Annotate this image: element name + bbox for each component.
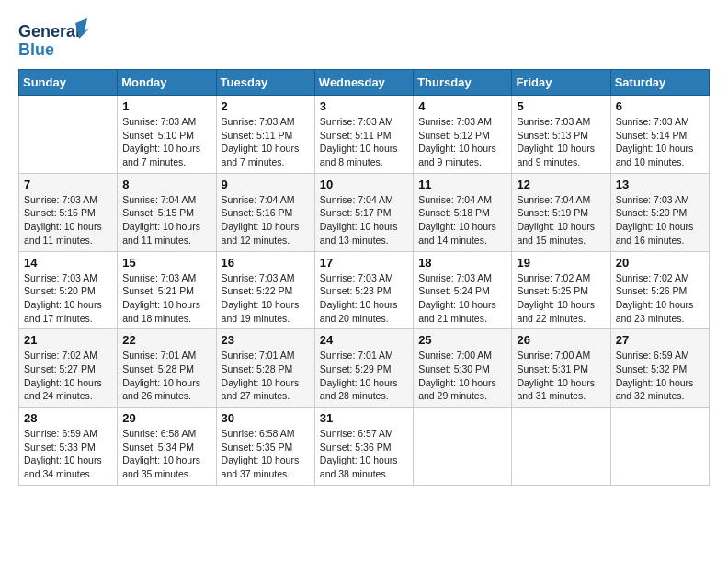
calendar-table: SundayMondayTuesdayWednesdayThursdayFrid… (18, 69, 710, 486)
day-number: 20 (616, 256, 704, 270)
day-number: 30 (222, 411, 310, 425)
calendar-cell: 4Sunrise: 7:03 AM Sunset: 5:12 PM Daylig… (414, 96, 512, 174)
calendar-cell: 20Sunrise: 7:02 AM Sunset: 5:26 PM Dayli… (610, 251, 709, 329)
day-header-thursday: Thursday (414, 70, 512, 96)
day-number: 11 (418, 178, 506, 191)
calendar-cell: 8Sunrise: 7:04 AM Sunset: 5:15 PM Daylig… (118, 173, 216, 251)
day-info: Sunrise: 6:58 AM Sunset: 5:34 PM Dayligh… (122, 427, 210, 481)
day-number: 10 (320, 178, 408, 191)
day-number: 26 (517, 333, 605, 347)
day-number: 6 (616, 99, 704, 113)
day-info: Sunrise: 7:01 AM Sunset: 5:29 PM Dayligh… (320, 349, 408, 403)
day-number: 22 (122, 333, 210, 347)
calendar-cell: 21Sunrise: 7:02 AM Sunset: 5:27 PM Dayli… (19, 329, 118, 408)
calendar-cell: 13Sunrise: 7:03 AM Sunset: 5:20 PM Dayli… (610, 173, 709, 251)
calendar-cell (610, 408, 709, 486)
calendar-cell: 1Sunrise: 7:03 AM Sunset: 5:10 PM Daylig… (118, 96, 216, 174)
day-number: 29 (122, 411, 210, 425)
day-info: Sunrise: 7:03 AM Sunset: 5:11 PM Dayligh… (320, 115, 408, 169)
day-info: Sunrise: 7:04 AM Sunset: 5:19 PM Dayligh… (517, 193, 605, 247)
day-info: Sunrise: 7:03 AM Sunset: 5:23 PM Dayligh… (320, 271, 408, 326)
calendar-week-3: 14Sunrise: 7:03 AM Sunset: 5:20 PM Dayli… (19, 251, 710, 329)
calendar-cell: 16Sunrise: 7:03 AM Sunset: 5:22 PM Dayli… (216, 251, 314, 329)
calendar-cell (19, 96, 118, 174)
calendar-cell: 18Sunrise: 7:03 AM Sunset: 5:24 PM Dayli… (414, 251, 512, 329)
calendar-cell: 26Sunrise: 7:00 AM Sunset: 5:31 PM Dayli… (512, 329, 610, 408)
calendar-cell: 25Sunrise: 7:00 AM Sunset: 5:30 PM Dayli… (414, 329, 512, 408)
page-header: GeneralBlue (18, 18, 710, 60)
logo-icon: GeneralBlue (18, 18, 92, 60)
day-info: Sunrise: 6:59 AM Sunset: 5:32 PM Dayligh… (616, 349, 704, 403)
day-number: 5 (517, 99, 605, 113)
day-info: Sunrise: 7:02 AM Sunset: 5:27 PM Dayligh… (24, 349, 112, 403)
day-info: Sunrise: 7:01 AM Sunset: 5:28 PM Dayligh… (222, 349, 310, 403)
calendar-cell: 15Sunrise: 7:03 AM Sunset: 5:21 PM Dayli… (118, 251, 216, 329)
day-number: 19 (517, 256, 605, 270)
day-info: Sunrise: 7:03 AM Sunset: 5:10 PM Dayligh… (122, 115, 210, 169)
calendar-cell: 22Sunrise: 7:01 AM Sunset: 5:28 PM Dayli… (118, 329, 216, 408)
calendar-week-1: 1Sunrise: 7:03 AM Sunset: 5:10 PM Daylig… (19, 96, 710, 174)
logo: GeneralBlue (18, 18, 92, 60)
day-info: Sunrise: 7:01 AM Sunset: 5:28 PM Dayligh… (122, 349, 210, 403)
day-info: Sunrise: 7:03 AM Sunset: 5:15 PM Dayligh… (24, 193, 112, 247)
calendar-cell: 5Sunrise: 7:03 AM Sunset: 5:13 PM Daylig… (512, 96, 610, 174)
day-number: 1 (122, 99, 210, 113)
day-info: Sunrise: 6:57 AM Sunset: 5:36 PM Dayligh… (320, 427, 408, 481)
day-number: 8 (122, 178, 210, 191)
day-number: 7 (24, 178, 112, 191)
day-info: Sunrise: 7:00 AM Sunset: 5:31 PM Dayligh… (517, 349, 605, 403)
day-number: 2 (222, 99, 310, 113)
day-info: Sunrise: 7:03 AM Sunset: 5:12 PM Dayligh… (418, 115, 506, 169)
day-number: 27 (616, 333, 704, 347)
day-number: 31 (320, 411, 408, 425)
day-info: Sunrise: 7:03 AM Sunset: 5:11 PM Dayligh… (222, 115, 310, 169)
svg-text:Blue: Blue (18, 40, 54, 59)
day-number: 16 (222, 256, 310, 270)
calendar-cell: 10Sunrise: 7:04 AM Sunset: 5:17 PM Dayli… (314, 173, 413, 251)
calendar-cell: 19Sunrise: 7:02 AM Sunset: 5:25 PM Dayli… (512, 251, 610, 329)
calendar-cell: 24Sunrise: 7:01 AM Sunset: 5:29 PM Dayli… (314, 329, 413, 408)
calendar-cell: 2Sunrise: 7:03 AM Sunset: 5:11 PM Daylig… (216, 96, 314, 174)
calendar-cell: 30Sunrise: 6:58 AM Sunset: 5:35 PM Dayli… (216, 408, 314, 486)
day-number: 23 (222, 333, 310, 347)
day-header-tuesday: Tuesday (216, 70, 314, 96)
day-number: 17 (320, 256, 408, 270)
svg-text:General: General (18, 22, 80, 40)
day-info: Sunrise: 6:59 AM Sunset: 5:33 PM Dayligh… (24, 427, 112, 481)
day-info: Sunrise: 7:03 AM Sunset: 5:13 PM Dayligh… (517, 115, 605, 169)
day-info: Sunrise: 7:02 AM Sunset: 5:25 PM Dayligh… (517, 271, 605, 326)
calendar-cell: 27Sunrise: 6:59 AM Sunset: 5:32 PM Dayli… (610, 329, 709, 408)
day-number: 18 (418, 256, 506, 270)
day-number: 13 (616, 178, 704, 191)
day-info: Sunrise: 7:03 AM Sunset: 5:24 PM Dayligh… (418, 271, 506, 326)
day-header-wednesday: Wednesday (314, 70, 413, 96)
day-number: 4 (418, 99, 506, 113)
day-info: Sunrise: 7:03 AM Sunset: 5:20 PM Dayligh… (24, 271, 112, 326)
calendar-cell: 7Sunrise: 7:03 AM Sunset: 5:15 PM Daylig… (19, 173, 118, 251)
calendar-cell: 6Sunrise: 7:03 AM Sunset: 5:14 PM Daylig… (610, 96, 709, 174)
day-info: Sunrise: 7:04 AM Sunset: 5:15 PM Dayligh… (122, 193, 210, 247)
day-number: 3 (320, 99, 408, 113)
calendar-cell (512, 408, 610, 486)
day-info: Sunrise: 7:03 AM Sunset: 5:22 PM Dayligh… (222, 271, 310, 326)
day-number: 25 (418, 333, 506, 347)
day-number: 15 (122, 256, 210, 270)
calendar-week-2: 7Sunrise: 7:03 AM Sunset: 5:15 PM Daylig… (19, 173, 710, 251)
day-number: 21 (24, 333, 112, 347)
day-number: 24 (320, 333, 408, 347)
day-number: 12 (517, 178, 605, 191)
day-header-sunday: Sunday (19, 70, 118, 96)
calendar-cell (414, 408, 512, 486)
day-info: Sunrise: 7:03 AM Sunset: 5:21 PM Dayligh… (122, 271, 210, 326)
day-info: Sunrise: 7:04 AM Sunset: 5:17 PM Dayligh… (320, 193, 408, 247)
day-info: Sunrise: 6:58 AM Sunset: 5:35 PM Dayligh… (222, 427, 310, 481)
calendar-cell: 29Sunrise: 6:58 AM Sunset: 5:34 PM Dayli… (118, 408, 216, 486)
day-number: 28 (24, 411, 112, 425)
calendar-cell: 14Sunrise: 7:03 AM Sunset: 5:20 PM Dayli… (19, 251, 118, 329)
day-info: Sunrise: 7:03 AM Sunset: 5:20 PM Dayligh… (616, 193, 704, 247)
day-info: Sunrise: 7:02 AM Sunset: 5:26 PM Dayligh… (616, 271, 704, 326)
day-header-saturday: Saturday (610, 70, 709, 96)
day-header-friday: Friday (512, 70, 610, 96)
calendar-cell: 17Sunrise: 7:03 AM Sunset: 5:23 PM Dayli… (314, 251, 413, 329)
day-info: Sunrise: 7:00 AM Sunset: 5:30 PM Dayligh… (418, 349, 506, 403)
